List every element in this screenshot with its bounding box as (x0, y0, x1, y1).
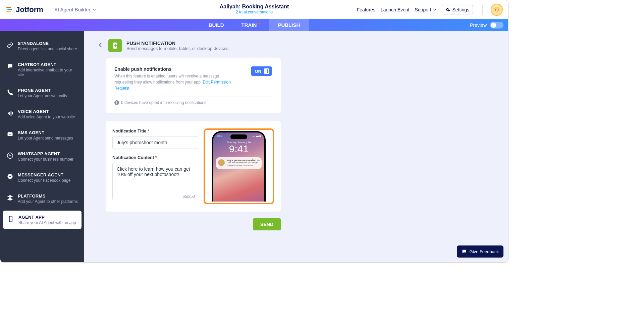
sidebar-title: MESSENGER AGENT (18, 172, 70, 177)
svg-point-12 (10, 134, 11, 135)
chevron-down-icon (92, 8, 96, 12)
sidebar-title: VOICE AGENT (18, 109, 75, 114)
sidebar-title: WHATSAPP AGENT (18, 151, 73, 156)
svg-rect-10 (8, 132, 13, 136)
phone-push-icon (111, 42, 119, 49)
sms-icon (6, 131, 14, 138)
sidebar-item-agent-app[interactable]: AGENT APPShare your AI Agent with an app (3, 211, 82, 229)
svg-rect-9 (12, 112, 13, 115)
whatsapp-icon (6, 152, 14, 159)
chevron-down-icon (433, 8, 436, 11)
settings-button[interactable]: Settings (442, 5, 473, 14)
sidebar-title: CHATBOT AGENT (18, 62, 79, 67)
tabs: BUILD TRAIN PUBLISH (200, 19, 309, 31)
send-row: SEND (106, 218, 281, 230)
agent-subtitle[interactable]: 2 total conversations (220, 10, 289, 14)
sidebar-desc: Add your Agent to other platforms (18, 199, 78, 204)
toggle-state: ON (255, 69, 262, 74)
sidebar-title: PHONE AGENT (18, 88, 67, 93)
tab-train[interactable]: TRAIN (233, 19, 269, 31)
sidebar-desc: Direct agent link and social share (18, 47, 77, 51)
svg-rect-7 (9, 112, 10, 115)
platforms-icon (6, 194, 14, 202)
header-right: Features Launch Event Support Settings (357, 4, 503, 16)
svg-point-16 (10, 221, 11, 221)
enable-card: Enable push notifications When this feat… (106, 58, 281, 113)
phone-preview: 9:41 ••• ▬ ■ Sunday, January 16 9:41 Jul… (204, 128, 274, 204)
svg-rect-1 (7, 9, 12, 10)
enable-desc: When this feature is enabled, users will… (114, 73, 238, 91)
svg-rect-0 (6, 7, 11, 8)
sidebar-title: STANDALONE (18, 41, 77, 46)
avatar[interactable] (491, 4, 503, 16)
phone-time: 9:41 (217, 134, 222, 137)
content-wrap: 65/250 (112, 163, 198, 202)
optin-text: 0 devices have opted into receiving noti… (121, 100, 208, 105)
notif-avatar-icon (218, 159, 225, 166)
logo[interactable]: Jotform (6, 5, 43, 14)
required-mark: * (155, 155, 157, 160)
phone-notch (230, 134, 247, 139)
sidebar-desc: Add interactive chatbot to your site (18, 68, 79, 77)
divider (114, 97, 272, 97)
sidebar-desc: Add voice Agent to your website (18, 115, 75, 119)
preview-toggle-wrap: Preview (470, 19, 508, 31)
support-link[interactable]: Support (415, 7, 436, 12)
feedback-button[interactable]: Give Feedback (457, 245, 503, 258)
breadcrumb[interactable]: AI Agent Builder (54, 7, 97, 12)
sidebar-title: PLATFORMS (18, 193, 78, 199)
page-title: PUSH NOTIFICATION (126, 41, 228, 46)
optin-info: i 0 devices have opted into receiving no… (114, 100, 272, 105)
phone-notification: July's photoshoot month Click here to le… (216, 157, 262, 169)
support-label: Support (415, 7, 431, 12)
tab-build[interactable]: BUILD (200, 19, 233, 31)
sidebar-item-messenger[interactable]: MESSENGER AGENTConnect your Facebook pag… (0, 168, 84, 187)
info-icon: i (114, 100, 119, 105)
sidebar-title: AGENT APP (18, 215, 76, 220)
voice-icon (6, 110, 14, 117)
preview-label: Preview (470, 22, 487, 28)
sidebar-item-phone[interactable]: PHONE AGENTLet your Agent answer calls (0, 84, 84, 102)
messenger-icon (6, 173, 14, 180)
tab-bar: BUILD TRAIN PUBLISH Preview (0, 19, 508, 31)
sidebar-item-standalone[interactable]: STANDALONEDirect agent link and social s… (0, 37, 84, 55)
sidebar-item-voice[interactable]: VOICE AGENTAdd voice Agent to your websi… (0, 105, 84, 123)
notif-ago: 5 min ago (252, 159, 260, 161)
compose-card: Notification Title * Notification Conten… (106, 121, 281, 212)
title-label: Notification Title * (112, 128, 198, 133)
divider (49, 5, 49, 15)
svg-rect-2 (6, 11, 11, 12)
toggle-knob (264, 68, 269, 74)
launch-link[interactable]: Launch Event (381, 7, 410, 12)
phone-icon (6, 89, 14, 96)
settings-label: Settings (452, 7, 469, 12)
back-button[interactable] (98, 42, 104, 49)
phone-clock: 9:41 (213, 143, 264, 155)
send-button[interactable]: SEND (253, 218, 281, 230)
notification-title-input[interactable] (112, 136, 198, 149)
sidebar-desc: Connect your business number (18, 157, 73, 162)
enable-toggle[interactable]: ON (251, 66, 272, 76)
breadcrumb-text: AI Agent Builder (54, 7, 91, 12)
sidebar: STANDALONEDirect agent link and social s… (0, 31, 84, 262)
svg-point-4 (495, 9, 496, 10)
enable-title: Enable push notifications (114, 66, 238, 72)
sidebar-item-whatsapp[interactable]: WHATSAPP AGENTConnect your business numb… (0, 147, 84, 166)
gear-icon (445, 7, 450, 12)
sidebar-item-platforms[interactable]: PLATFORMSAdd your Agent to other platfor… (0, 189, 84, 208)
agent-title: Aaliyah: Booking Assistant (220, 4, 289, 10)
svg-point-5 (498, 9, 499, 10)
tab-publish[interactable]: PUBLISH (269, 19, 309, 31)
sidebar-item-sms[interactable]: SMS AGENTLet your Agent send messages (0, 126, 84, 145)
push-badge-icon (108, 39, 122, 52)
brand-text: Jotform (16, 5, 43, 14)
preview-toggle[interactable] (490, 22, 503, 29)
main: STANDALONEDirect agent link and social s… (0, 31, 508, 262)
sidebar-desc: Share your AI Agent with an app (18, 220, 76, 225)
page-header: PUSH NOTIFICATION Send messages to mobil… (98, 39, 508, 52)
form-column: Notification Title * Notification Conten… (112, 128, 198, 204)
sidebar-title: SMS AGENT (18, 130, 73, 135)
sidebar-item-chatbot[interactable]: CHATBOT AGENTAdd interactive chatbot to … (0, 58, 84, 81)
features-link[interactable]: Features (357, 7, 375, 12)
content-area: PUSH NOTIFICATION Send messages to mobil… (84, 31, 508, 262)
